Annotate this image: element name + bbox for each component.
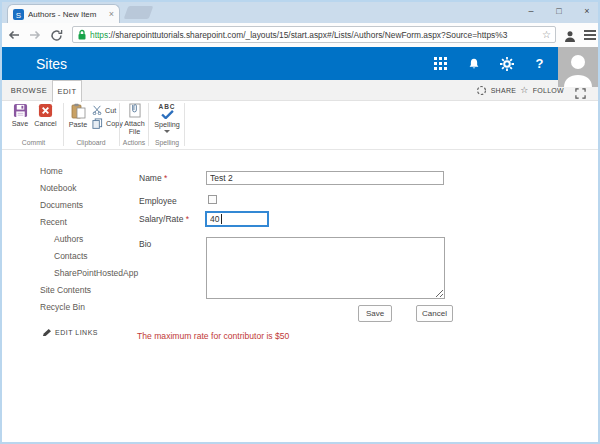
name-input[interactable]: [206, 171, 444, 185]
browser-toolbar: https://sharepointtutorials.sharepoint.c…: [2, 23, 598, 47]
sidebar-item-authors[interactable]: Authors: [54, 234, 83, 244]
padlock-icon: [77, 29, 87, 41]
salary-input[interactable]: [205, 211, 269, 227]
tab-edit[interactable]: EDIT: [52, 80, 82, 102]
form-save-button[interactable]: Save: [358, 305, 392, 322]
reload-icon[interactable]: [47, 26, 65, 44]
follow-star-icon: ☆: [520, 86, 528, 95]
form-cancel-button[interactable]: Cancel: [416, 305, 453, 322]
back-icon[interactable]: [5, 26, 23, 44]
tab-browse[interactable]: BROWSE: [8, 80, 50, 101]
suite-bar: Sites ?: [2, 47, 598, 80]
tab-close-icon[interactable]: ×: [109, 10, 114, 19]
cancel-x-icon: [38, 103, 53, 118]
attach-file-button[interactable]: Attach File: [121, 103, 148, 137]
sidebar-item-recent[interactable]: Recent: [40, 217, 67, 227]
share-icon: [476, 85, 487, 96]
browser-tab-strip: S Authors - New Item × – □ ×: [2, 2, 598, 23]
sidebar-item-contacts[interactable]: Contacts: [54, 251, 88, 261]
sidebar-item-home[interactable]: Home: [40, 166, 63, 176]
forward-icon[interactable]: [26, 26, 44, 44]
address-bar[interactable]: https://sharepointtutorials.sharepoint.c…: [72, 26, 556, 43]
paste-button[interactable]: Paste: [65, 103, 91, 129]
pencil-icon: [42, 328, 51, 337]
browser-tab[interactable]: S Authors - New Item ×: [7, 4, 120, 23]
cut-scissors-icon: [92, 105, 102, 115]
sidebar-item-recycle-bin[interactable]: Recycle Bin: [40, 302, 85, 312]
bio-textarea[interactable]: [206, 237, 445, 299]
name-field-label: Name *: [139, 173, 167, 183]
app-launcher-icon[interactable]: [424, 47, 457, 80]
bookmark-star-icon[interactable]: ☆: [542, 30, 551, 40]
ribbon-tab-row: BROWSE EDIT SHARE ☆ FOLLOW: [2, 80, 598, 101]
sharepoint-favicon-icon: S: [13, 9, 24, 20]
tab-title: Authors - New Item: [28, 10, 105, 19]
profile-icon[interactable]: [564, 28, 576, 46]
window-maximize-button[interactable]: □: [552, 3, 566, 19]
page-content: Home Notebook Documents Recent Authors C…: [2, 150, 598, 442]
help-button[interactable]: ?: [523, 47, 556, 80]
window-minimize-button[interactable]: –: [524, 3, 538, 19]
text-caret: [221, 214, 222, 224]
save-ribbon-button[interactable]: Save: [8, 103, 32, 128]
sidebar-item-notebook[interactable]: Notebook: [40, 183, 76, 193]
save-floppy-icon: [13, 103, 28, 118]
settings-gear-icon[interactable]: [490, 47, 523, 80]
sidebar-item-documents[interactable]: Documents: [40, 200, 83, 210]
group-label-clipboard: Clipboard: [65, 139, 117, 146]
bio-field-label: Bio: [139, 239, 151, 249]
spelling-check-icon: [161, 110, 174, 119]
copy-pages-icon: [92, 118, 103, 129]
attach-file-icon: [128, 103, 141, 118]
window-close-button[interactable]: ×: [580, 3, 594, 19]
edit-links-button[interactable]: EDIT LINKS: [42, 328, 98, 337]
sidebar-item-site-contents[interactable]: Site Contents: [40, 285, 91, 295]
group-label-actions: Actions: [120, 139, 148, 146]
spelling-dropdown-icon[interactable]: [164, 130, 170, 133]
svg-text:S: S: [16, 10, 21, 19]
avatar[interactable]: [558, 47, 598, 87]
url-text[interactable]: https://sharepointtutorials.sharepoint.c…: [90, 30, 539, 40]
browser-menu-icon[interactable]: [584, 30, 596, 42]
cancel-ribbon-button[interactable]: Cancel: [32, 103, 59, 128]
spelling-button[interactable]: ABC Spelling: [151, 103, 183, 133]
follow-button[interactable]: FOLLOW: [533, 87, 564, 94]
salary-field-label: Salary/Rate *: [139, 214, 189, 224]
group-label-commit: Commit: [8, 139, 59, 146]
sites-title[interactable]: Sites: [36, 47, 67, 80]
browser-window: S Authors - New Item × – □ × https://sha…: [0, 0, 600, 444]
new-tab-button[interactable]: [124, 6, 154, 19]
cut-button[interactable]: Cut: [92, 105, 116, 115]
notifications-bell-icon[interactable]: [457, 47, 490, 80]
paste-clipboard-icon: [70, 103, 86, 119]
ribbon: Save Cancel Paste Cut Copy Attach File A…: [2, 101, 598, 150]
group-label-spelling: Spelling: [150, 139, 184, 146]
validation-message: The maximum rate for contributor is $50: [137, 331, 289, 341]
employee-checkbox[interactable]: [208, 195, 217, 204]
employee-field-label: Employee: [139, 196, 177, 206]
share-button[interactable]: SHARE: [491, 87, 517, 94]
sidebar-item-sharepointhostedapp[interactable]: SharePointHostedApp: [54, 268, 138, 278]
